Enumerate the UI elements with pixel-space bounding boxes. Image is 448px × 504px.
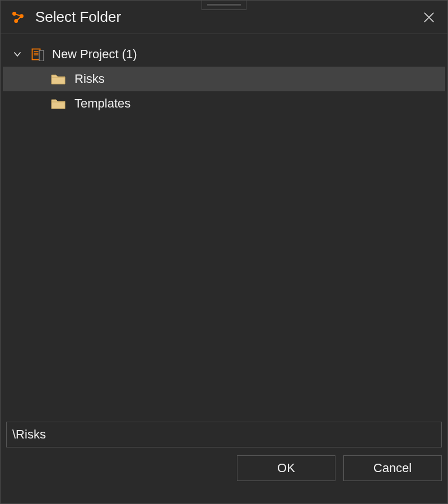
folder-tree: New Project (1) Risks Templates: [1, 34, 447, 417]
ok-button-label: OK: [277, 461, 295, 475]
folder-icon: [51, 97, 66, 110]
app-icon: [11, 10, 25, 25]
dialog-title: Select Folder: [35, 8, 121, 26]
project-icon: [31, 48, 44, 61]
chevron-down-icon[interactable]: [12, 49, 23, 60]
tree-item-templates[interactable]: Templates: [3, 91, 445, 116]
ok-button[interactable]: OK: [237, 455, 335, 481]
tree-item-risks[interactable]: Risks: [3, 67, 445, 91]
svg-rect-7: [39, 50, 44, 61]
folder-icon: [51, 73, 66, 85]
tree-item-label: Risks: [74, 72, 105, 86]
titlebar: Select Folder: [1, 1, 447, 34]
cancel-button-label: Cancel: [374, 461, 412, 475]
tree-item-label: Templates: [74, 96, 130, 111]
cancel-button[interactable]: Cancel: [343, 455, 442, 481]
path-value: \Risks: [12, 427, 46, 442]
close-button[interactable]: [421, 9, 437, 26]
path-input[interactable]: \Risks: [6, 422, 442, 447]
tree-root-item[interactable]: New Project (1): [3, 42, 445, 67]
drag-grip[interactable]: [202, 0, 246, 10]
tree-root-label: New Project (1): [52, 47, 137, 62]
button-row: OK Cancel: [1, 455, 447, 487]
